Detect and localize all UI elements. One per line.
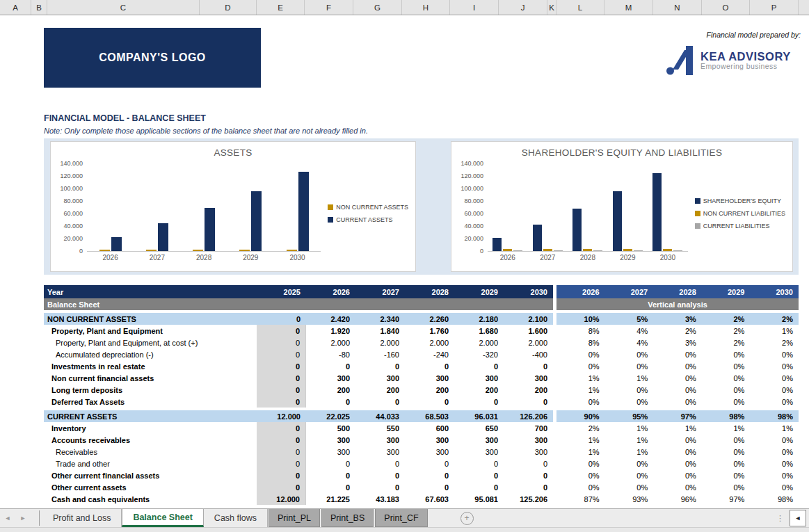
va-cell[interactable]: 1% (556, 372, 605, 384)
va-cell[interactable]: 0% (605, 396, 654, 408)
value-cell[interactable]: 0 (257, 384, 306, 396)
value-cell[interactable]: 2.100 (504, 313, 553, 325)
va-cell[interactable]: 0% (605, 458, 654, 469)
tab-cash-flows[interactable]: Cash flows (204, 509, 268, 527)
value-cell[interactable]: 500 (306, 422, 355, 434)
va-year-header-2027[interactable]: 2027 (605, 285, 654, 298)
value-cell[interactable]: 0 (454, 396, 504, 408)
va-cell[interactable]: 0% (702, 396, 751, 408)
va-cell[interactable]: 97% (653, 410, 702, 422)
value-cell[interactable]: 0 (306, 396, 355, 408)
column-header-E[interactable]: E (257, 0, 305, 15)
row-label[interactable]: Other current financial assets (44, 469, 257, 481)
value-cell[interactable]: 650 (454, 422, 504, 434)
value-cell[interactable]: 0 (355, 469, 405, 481)
year-header-2025[interactable]: 2025 (257, 285, 306, 298)
tab-print-bs[interactable]: Print_BS (321, 509, 374, 527)
va-cell[interactable]: 0% (702, 348, 751, 360)
va-cell[interactable]: 0% (702, 384, 751, 396)
va-cell[interactable]: 93% (605, 493, 654, 505)
va-cell[interactable]: 0% (702, 360, 751, 372)
value-cell[interactable]: 2.260 (405, 313, 454, 325)
value-cell[interactable]: 68.503 (405, 410, 454, 422)
value-cell[interactable]: 12.000 (257, 410, 306, 422)
value-cell[interactable]: 300 (454, 446, 504, 458)
value-cell[interactable]: 2.000 (454, 337, 504, 348)
column-header-M[interactable]: M (604, 0, 653, 15)
row-label[interactable]: Accumulated depreciation (-) (44, 348, 257, 360)
va-cell[interactable]: 98% (702, 410, 751, 422)
value-cell[interactable]: 300 (454, 372, 504, 384)
va-cell[interactable]: 90% (556, 410, 605, 422)
row-label[interactable]: NON CURRENT ASSETS (44, 313, 257, 325)
column-header-N[interactable]: N (653, 0, 702, 15)
va-cell[interactable]: 0% (653, 458, 702, 469)
value-cell[interactable]: 0 (405, 481, 454, 493)
value-cell[interactable]: 0 (355, 396, 405, 408)
value-cell[interactable]: 1.600 (504, 325, 553, 337)
year-header-label[interactable]: Year (44, 285, 257, 298)
value-cell[interactable]: 0 (257, 337, 306, 348)
va-cell[interactable]: 0% (750, 434, 799, 446)
value-cell[interactable]: 300 (355, 434, 405, 446)
value-cell[interactable]: 2.340 (355, 313, 405, 325)
value-cell[interactable]: 300 (355, 446, 405, 458)
column-header-A[interactable]: A (0, 0, 31, 15)
va-cell[interactable]: 0% (702, 469, 751, 481)
va-cell[interactable]: 0% (653, 434, 702, 446)
column-header-K[interactable]: K (547, 0, 556, 15)
value-cell[interactable]: 300 (504, 434, 553, 446)
value-cell[interactable]: 95.081 (454, 493, 504, 505)
column-header-F[interactable]: F (305, 0, 353, 15)
row-label[interactable]: Receivables (44, 446, 257, 458)
row-label[interactable]: Property, Plant and Equipment, at cost (… (44, 337, 257, 348)
va-cell[interactable]: 1% (556, 384, 605, 396)
value-cell[interactable]: 0 (257, 446, 306, 458)
value-cell[interactable]: 43.183 (355, 493, 405, 505)
row-label[interactable]: Deferred Tax Assets (44, 396, 257, 408)
value-cell[interactable]: -400 (504, 348, 553, 360)
va-cell[interactable]: 5% (605, 313, 654, 325)
value-cell[interactable]: 2.000 (355, 337, 405, 348)
va-cell[interactable]: 0% (750, 481, 799, 493)
value-cell[interactable]: 22.025 (306, 410, 355, 422)
value-cell[interactable]: 300 (405, 372, 454, 384)
va-cell[interactable]: 0% (653, 396, 702, 408)
va-cell[interactable]: 0% (556, 458, 605, 469)
va-cell[interactable]: 0% (605, 469, 654, 481)
va-cell[interactable]: 10% (556, 313, 605, 325)
column-header-B[interactable]: B (31, 0, 47, 15)
value-cell[interactable]: 0 (405, 360, 454, 372)
va-cell[interactable]: 0% (653, 384, 702, 396)
value-cell[interactable]: 0 (257, 360, 306, 372)
value-cell[interactable]: 0 (355, 481, 405, 493)
va-year-header-2029[interactable]: 2029 (702, 285, 751, 298)
tabs-scroll-prev-icon[interactable]: ◄ (0, 509, 15, 527)
value-cell[interactable]: 0 (504, 458, 553, 469)
va-cell[interactable]: 2% (556, 422, 605, 434)
va-cell[interactable]: 3% (653, 313, 702, 325)
column-header-J[interactable]: J (499, 0, 547, 15)
value-cell[interactable]: 300 (454, 434, 504, 446)
va-cell[interactable]: 0% (702, 458, 751, 469)
va-cell[interactable]: 96% (653, 493, 702, 505)
value-cell[interactable]: 0 (405, 396, 454, 408)
value-cell[interactable]: 0 (257, 422, 306, 434)
year-header-2028[interactable]: 2028 (405, 285, 454, 298)
value-cell[interactable]: 0 (405, 458, 454, 469)
row-label[interactable]: Trade and other (44, 458, 257, 469)
va-cell[interactable]: 98% (750, 493, 799, 505)
row-label[interactable]: Property, Plant and Equipment (44, 325, 257, 337)
year-header-2026[interactable]: 2026 (306, 285, 355, 298)
year-header-2030[interactable]: 2030 (504, 285, 553, 298)
va-cell[interactable]: 1% (605, 434, 654, 446)
value-cell[interactable]: 600 (405, 422, 454, 434)
value-cell[interactable]: 2.000 (504, 337, 553, 348)
va-cell[interactable]: 1% (605, 446, 654, 458)
va-cell[interactable]: 1% (702, 422, 751, 434)
va-cell[interactable]: 0% (750, 360, 799, 372)
value-cell[interactable]: -160 (355, 348, 405, 360)
va-cell[interactable]: 0% (556, 469, 605, 481)
tabs-scroll-next-icon[interactable]: ► (15, 509, 31, 527)
va-cell[interactable]: 2% (750, 313, 799, 325)
